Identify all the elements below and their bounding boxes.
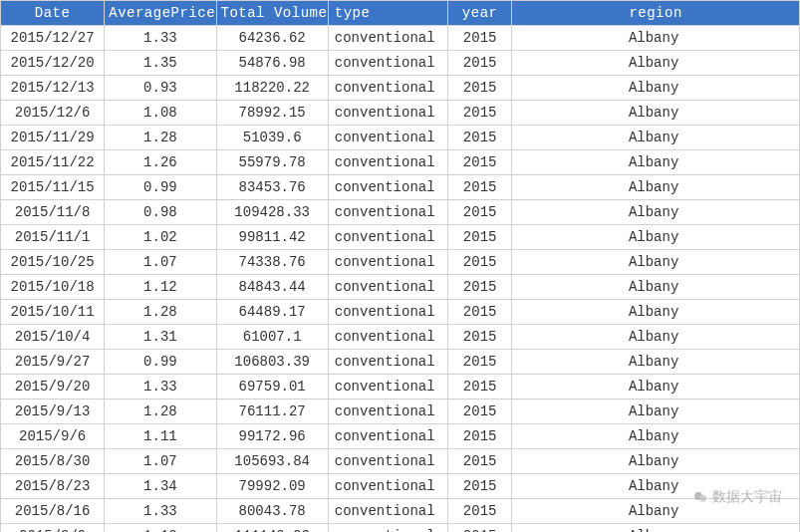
cell-type[interactable]: conventional <box>328 474 447 499</box>
cell-volume[interactable]: 105693.84 <box>216 449 328 474</box>
cell-type[interactable]: conventional <box>328 26 447 51</box>
cell-region[interactable]: Albany <box>512 499 800 524</box>
cell-date[interactable]: 2015/12/20 <box>1 51 105 76</box>
cell-volume[interactable]: 83453.76 <box>216 175 328 200</box>
cell-year[interactable]: 2015 <box>448 524 512 533</box>
cell-type[interactable]: conventional <box>328 76 447 101</box>
cell-type[interactable]: conventional <box>328 51 447 76</box>
col-header-volume[interactable]: Total Volume <box>216 1 328 26</box>
cell-region[interactable]: Albany <box>512 51 800 76</box>
table-row[interactable]: 2015/8/161.3380043.78conventional2015Alb… <box>1 499 800 524</box>
table-row[interactable]: 2015/12/130.93118220.22conventional2015A… <box>1 76 800 101</box>
table-row[interactable]: 2015/11/221.2655979.78conventional2015Al… <box>1 150 800 175</box>
cell-price[interactable]: 0.98 <box>105 200 216 225</box>
table-row[interactable]: 2015/11/291.2851039.6conventional2015Alb… <box>1 126 800 150</box>
col-header-region[interactable]: region <box>512 1 800 26</box>
cell-region[interactable]: Albany <box>512 474 800 499</box>
cell-date[interactable]: 2015/8/23 <box>1 474 105 499</box>
cell-year[interactable]: 2015 <box>448 126 512 150</box>
cell-region[interactable]: Albany <box>512 225 800 250</box>
cell-region[interactable]: Albany <box>512 375 800 399</box>
cell-date[interactable]: 2015/9/13 <box>1 399 105 424</box>
cell-year[interactable]: 2015 <box>448 474 512 499</box>
cell-volume[interactable]: 99172.96 <box>216 424 328 449</box>
cell-price[interactable]: 1.12 <box>105 275 216 300</box>
cell-price[interactable]: 1.02 <box>105 225 216 250</box>
table-row[interactable]: 2015/12/61.0878992.15conventional2015Alb… <box>1 101 800 126</box>
cell-year[interactable]: 2015 <box>448 51 512 76</box>
cell-type[interactable]: conventional <box>328 175 447 200</box>
cell-year[interactable]: 2015 <box>448 350 512 375</box>
cell-type[interactable]: conventional <box>328 126 447 150</box>
cell-price[interactable]: 1.33 <box>105 499 216 524</box>
col-header-year[interactable]: year <box>448 1 512 26</box>
col-header-date[interactable]: Date <box>1 1 105 26</box>
cell-date[interactable]: 2015/9/6 <box>1 424 105 449</box>
cell-volume[interactable]: 76111.27 <box>216 399 328 424</box>
cell-price[interactable]: 1.28 <box>105 399 216 424</box>
cell-volume[interactable]: 79992.09 <box>216 474 328 499</box>
cell-volume[interactable]: 54876.98 <box>216 51 328 76</box>
table-row[interactable]: 2015/11/11.0299811.42conventional2015Alb… <box>1 225 800 250</box>
table-row[interactable]: 2015/10/251.0774338.76conventional2015Al… <box>1 250 800 275</box>
cell-type[interactable]: conventional <box>328 449 447 474</box>
cell-region[interactable]: Albany <box>512 524 800 533</box>
cell-type[interactable]: conventional <box>328 375 447 399</box>
cell-volume[interactable]: 78992.15 <box>216 101 328 126</box>
cell-region[interactable]: Albany <box>512 175 800 200</box>
cell-price[interactable]: 1.28 <box>105 126 216 150</box>
cell-type[interactable]: conventional <box>328 325 447 350</box>
table-row[interactable]: 2015/8/231.3479992.09conventional2015Alb… <box>1 474 800 499</box>
cell-region[interactable]: Albany <box>512 250 800 275</box>
cell-year[interactable]: 2015 <box>448 325 512 350</box>
cell-date[interactable]: 2015/9/20 <box>1 375 105 399</box>
cell-type[interactable]: conventional <box>328 225 447 250</box>
cell-price[interactable]: 1.33 <box>105 375 216 399</box>
cell-year[interactable]: 2015 <box>448 275 512 300</box>
cell-region[interactable]: Albany <box>512 399 800 424</box>
cell-type[interactable]: conventional <box>328 300 447 325</box>
cell-year[interactable]: 2015 <box>448 300 512 325</box>
table-row[interactable]: 2015/12/201.3554876.98conventional2015Al… <box>1 51 800 76</box>
cell-date[interactable]: 2015/11/29 <box>1 126 105 150</box>
cell-price[interactable]: 1.34 <box>105 474 216 499</box>
cell-volume[interactable]: 51039.6 <box>216 126 328 150</box>
cell-date[interactable]: 2015/8/30 <box>1 449 105 474</box>
cell-year[interactable]: 2015 <box>448 375 512 399</box>
cell-volume[interactable]: 84843.44 <box>216 275 328 300</box>
cell-type[interactable]: conventional <box>328 399 447 424</box>
cell-date[interactable]: 2015/10/25 <box>1 250 105 275</box>
cell-price[interactable]: 1.31 <box>105 325 216 350</box>
cell-year[interactable]: 2015 <box>448 150 512 175</box>
cell-volume[interactable]: 99811.42 <box>216 225 328 250</box>
cell-year[interactable]: 2015 <box>448 449 512 474</box>
cell-year[interactable]: 2015 <box>448 26 512 51</box>
col-header-price[interactable]: AveragePrice <box>105 1 216 26</box>
cell-year[interactable]: 2015 <box>448 200 512 225</box>
table-row[interactable]: 2015/11/150.9983453.76conventional2015Al… <box>1 175 800 200</box>
cell-volume[interactable]: 69759.01 <box>216 375 328 399</box>
cell-region[interactable]: Albany <box>512 126 800 150</box>
cell-type[interactable]: conventional <box>328 524 447 533</box>
table-row[interactable]: 2015/10/111.2864489.17conventional2015Al… <box>1 300 800 325</box>
cell-year[interactable]: 2015 <box>448 424 512 449</box>
cell-year[interactable]: 2015 <box>448 499 512 524</box>
cell-price[interactable]: 1.26 <box>105 150 216 175</box>
table-row[interactable]: 2015/9/131.2876111.27conventional2015Alb… <box>1 399 800 424</box>
cell-type[interactable]: conventional <box>328 200 447 225</box>
cell-volume[interactable]: 74338.76 <box>216 250 328 275</box>
cell-region[interactable]: Albany <box>512 300 800 325</box>
cell-price[interactable]: 1.35 <box>105 51 216 76</box>
cell-region[interactable]: Albany <box>512 275 800 300</box>
table-row[interactable]: 2015/10/181.1284843.44conventional2015Al… <box>1 275 800 300</box>
cell-volume[interactable]: 111140.93 <box>216 524 328 533</box>
cell-date[interactable]: 2015/12/13 <box>1 76 105 101</box>
cell-price[interactable]: 0.99 <box>105 350 216 375</box>
cell-date[interactable]: 2015/11/1 <box>1 225 105 250</box>
cell-type[interactable]: conventional <box>328 275 447 300</box>
cell-date[interactable]: 2015/8/9 <box>1 524 105 533</box>
cell-type[interactable]: conventional <box>328 250 447 275</box>
table-row[interactable]: 2015/12/271.3364236.62conventional2015Al… <box>1 26 800 51</box>
cell-type[interactable]: conventional <box>328 150 447 175</box>
table-row[interactable]: 2015/8/91.12111140.93conventional2015Alb… <box>1 524 800 533</box>
